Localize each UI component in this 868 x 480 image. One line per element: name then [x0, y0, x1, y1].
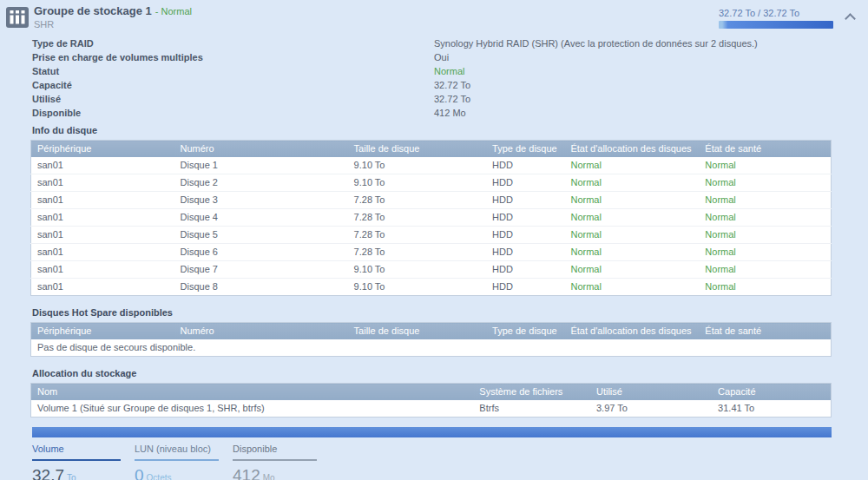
- disk-info-table-head: PériphériqueNuméroTaille de disqueType d…: [31, 141, 832, 158]
- pool-title-block: Groupe de stockage 1- Normal SHR: [34, 4, 719, 30]
- summary-volume-unit: To: [67, 473, 76, 480]
- column-header[interactable]: Périphérique: [31, 323, 174, 340]
- pool-usage: 32.72 To / 32.72 To: [719, 8, 833, 29]
- table-cell: Normal: [564, 244, 699, 261]
- table-row[interactable]: san01Disque 19.10 ToHDDNormalNormal: [31, 157, 832, 174]
- table-row[interactable]: san01Disque 67.28 ToHDDNormalNormal: [31, 244, 832, 261]
- table-row[interactable]: san01Disque 37.28 ToHDDNormalNormal: [31, 192, 832, 209]
- pool-usage-text: 32.72 To / 32.72 To: [719, 8, 833, 18]
- column-header[interactable]: Utilisé: [590, 384, 712, 401]
- table-row[interactable]: san01Disque 89.10 ToHDDNormalNormal: [31, 279, 832, 296]
- allocation-table-head: NomSystème de fichiersUtiliséCapacité: [31, 384, 832, 401]
- table-cell: san01: [31, 227, 174, 244]
- table-cell: san01: [31, 192, 174, 209]
- table-cell: Disque 1: [174, 157, 348, 174]
- hot-spare-table-body: Pas de disque de secours disponible.: [31, 339, 832, 357]
- table-row[interactable]: san01Disque 57.28 ToHDDNormalNormal: [31, 227, 832, 244]
- table-row[interactable]: Volume 1 (Situé sur Groupe de disques 1,…: [31, 400, 832, 418]
- summary-available-rule: [233, 459, 317, 461]
- detail-row-available: Disponible 412 Mo: [32, 106, 868, 120]
- table-cell: HDD: [486, 244, 564, 261]
- summary-volume-value: 32.7: [32, 466, 64, 480]
- pool-details: Type de RAID Synology Hybrid RAID (SHR) …: [32, 36, 868, 120]
- column-header[interactable]: État d'allocation des disques: [564, 323, 699, 340]
- table-cell: HDD: [486, 174, 564, 192]
- table-cell: san01: [31, 174, 174, 192]
- detail-value: 32.72 To: [434, 94, 470, 104]
- column-header[interactable]: Nom: [31, 384, 474, 401]
- summary-volume-rule: [32, 459, 121, 461]
- table-cell: 7.28 To: [348, 227, 487, 244]
- chevron-up-icon: [845, 13, 856, 24]
- table-cell: HDD: [486, 261, 564, 279]
- summary-lun: LUN (niveau bloc) 0Octets: [135, 444, 219, 480]
- detail-value: 32.72 To: [434, 80, 470, 90]
- disk-info-table-wrap: PériphériqueNuméroTaille de disqueType d…: [30, 140, 832, 296]
- table-cell: HDD: [486, 209, 564, 227]
- detail-label: Type de RAID: [32, 38, 434, 49]
- table-cell: Normal: [699, 209, 831, 227]
- pool-usage-bar: [719, 21, 833, 29]
- table-cell: Normal: [699, 174, 831, 192]
- summary-available-value: 412: [233, 466, 260, 480]
- summary-lun-unit: Octets: [147, 473, 172, 480]
- table-row[interactable]: san01Disque 29.10 ToHDDNormalNormal: [31, 174, 832, 192]
- table-cell: san01: [31, 209, 174, 227]
- table-cell: Disque 7: [174, 261, 348, 279]
- table-row[interactable]: Pas de disque de secours disponible.: [31, 339, 832, 357]
- column-header[interactable]: Taille de disque: [348, 323, 487, 340]
- column-header[interactable]: Système de fichiers: [473, 384, 590, 401]
- detail-value: Synology Hybrid RAID (SHR) (Avec la prot…: [434, 38, 758, 49]
- table-cell: Pas de disque de secours disponible.: [31, 339, 832, 357]
- summary-lun-rule: [135, 459, 219, 461]
- detail-label: Prise en charge de volumes multiples: [32, 52, 434, 62]
- table-cell: HDD: [486, 227, 564, 244]
- column-header[interactable]: Numéro: [174, 141, 348, 158]
- table-row[interactable]: san01Disque 47.28 ToHDDNormalNormal: [31, 209, 832, 227]
- detail-row-raid-type: Type de RAID Synology Hybrid RAID (SHR) …: [32, 36, 868, 50]
- detail-row-multi-volume: Prise en charge de volumes multiples Oui: [32, 50, 868, 64]
- detail-label: Statut: [32, 66, 434, 76]
- table-cell: Normal: [699, 157, 831, 174]
- allocation-table: NomSystème de fichiersUtiliséCapacité Vo…: [30, 383, 832, 418]
- table-cell: Disque 3: [174, 192, 348, 209]
- summary-available-unit: Mo: [263, 473, 275, 480]
- pool-raid-type: SHR: [34, 19, 719, 30]
- column-header[interactable]: Périphérique: [31, 141, 174, 158]
- table-cell: Normal: [699, 227, 831, 244]
- disk-info-title: Info du disque: [32, 125, 868, 135]
- column-header[interactable]: Taille de disque: [348, 141, 487, 158]
- disk-info-table-body: san01Disque 19.10 ToHDDNormalNormalsan01…: [31, 157, 832, 296]
- table-cell: Normal: [564, 227, 699, 244]
- allocation-table-wrap: NomSystème de fichiersUtiliséCapacité Vo…: [30, 383, 832, 418]
- column-header[interactable]: État d'allocation des disques: [564, 141, 699, 158]
- table-cell: Volume 1 (Situé sur Groupe de disques 1,…: [31, 400, 474, 418]
- table-row[interactable]: san01Disque 79.10 ToHDDNormalNormal: [31, 261, 832, 279]
- table-cell: HDD: [486, 279, 564, 296]
- summary-lun-value: 0: [135, 466, 144, 480]
- table-cell: Disque 4: [174, 209, 348, 227]
- table-cell: 3.97 To: [590, 400, 712, 418]
- table-cell: 9.10 To: [348, 157, 487, 174]
- column-header[interactable]: État de santé: [699, 323, 831, 340]
- allocation-title: Allocation du stockage: [32, 368, 868, 378]
- table-cell: Normal: [564, 174, 699, 192]
- detail-row-status: Statut Normal: [32, 64, 868, 78]
- summary-volume: Volume 32.7To: [32, 444, 121, 480]
- column-header[interactable]: État de santé: [699, 141, 831, 158]
- table-cell: Normal: [564, 261, 699, 279]
- table-cell: Disque 8: [174, 279, 348, 296]
- table-cell: 7.28 To: [348, 244, 487, 261]
- summary-available: Disponible 412Mo: [233, 444, 317, 480]
- column-header[interactable]: Type de disque: [486, 141, 564, 158]
- table-cell: 7.28 To: [348, 192, 487, 209]
- table-cell: 9.10 To: [348, 279, 487, 296]
- detail-row-capacity: Capacité 32.72 To: [32, 78, 868, 92]
- column-header[interactable]: Type de disque: [486, 323, 564, 340]
- collapse-button[interactable]: [840, 4, 859, 23]
- column-header[interactable]: Numéro: [174, 323, 348, 340]
- table-cell: 9.10 To: [348, 261, 487, 279]
- column-header[interactable]: Capacité: [712, 384, 831, 401]
- table-cell: Disque 5: [174, 227, 348, 244]
- detail-row-used: Utilisé 32.72 To: [32, 92, 868, 106]
